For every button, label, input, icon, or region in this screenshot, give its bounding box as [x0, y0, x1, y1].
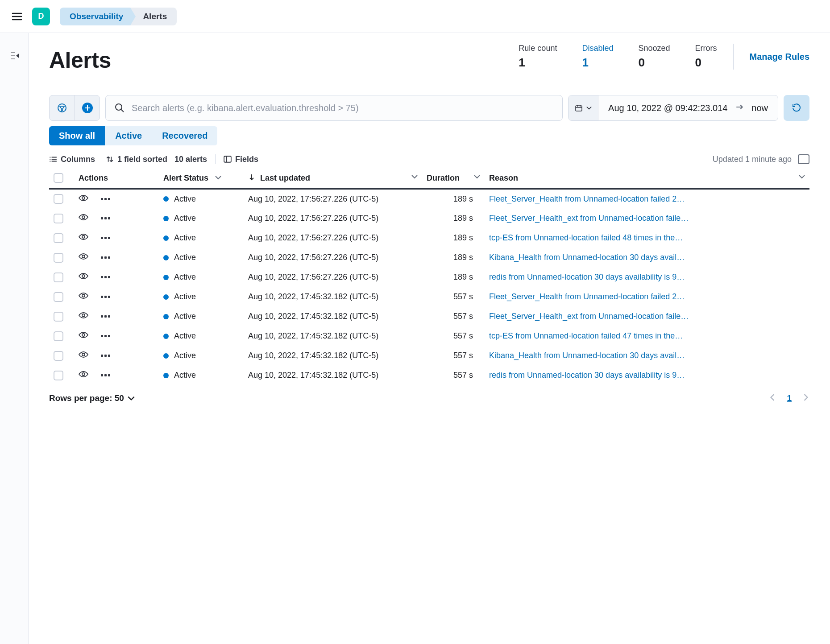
date-range-picker[interactable]: Aug 10, 2022 @ 09:42:23.014 now — [568, 95, 778, 121]
table-row: Active Aug 10, 2022, 17:56:27.226 (UTC-5… — [49, 189, 809, 209]
updated-cell: Aug 10, 2022, 17:56:27.226 (UTC-5) — [244, 189, 422, 209]
row-checkbox[interactable] — [54, 331, 63, 341]
reason-link[interactable]: Kibana_Health from Unnamed-location 30 d… — [485, 248, 809, 268]
view-details-button[interactable] — [79, 253, 88, 262]
divider — [733, 44, 734, 70]
status-cell: Active — [163, 331, 239, 341]
row-checkbox[interactable] — [54, 194, 63, 204]
search-input[interactable] — [131, 103, 553, 114]
add-filter-button[interactable] — [75, 95, 100, 120]
view-details-button[interactable] — [79, 214, 88, 223]
saved-query-button[interactable] — [50, 95, 75, 120]
col-updated[interactable]: Last updated — [244, 168, 422, 189]
view-details-button[interactable] — [79, 233, 88, 243]
duration-cell: 557 s — [422, 366, 485, 385]
refresh-icon — [792, 103, 801, 113]
row-more-button[interactable] — [101, 315, 110, 318]
nav-toggle-button[interactable] — [8, 8, 26, 25]
search-bar[interactable] — [105, 95, 563, 121]
reason-link[interactable]: Fleet_Server_Health from Unnamed-locatio… — [485, 287, 809, 307]
sort-button[interactable]: 1 field sorted — [106, 155, 167, 164]
table-row: Active Aug 10, 2022, 17:45:32.182 (UTC-5… — [49, 287, 809, 307]
view-details-button[interactable] — [79, 312, 88, 321]
chevron-down-icon — [215, 174, 221, 181]
eye-icon — [79, 351, 88, 358]
prev-page-button[interactable] — [769, 393, 776, 403]
chevron-down-icon — [586, 105, 592, 111]
status-text: Active — [174, 194, 196, 204]
view-details-button[interactable] — [79, 371, 88, 380]
reason-link[interactable]: Fleet_Server_Health_ext from Unnamed-loc… — [485, 209, 809, 228]
table-row: Active Aug 10, 2022, 17:45:32.182 (UTC-5… — [49, 326, 809, 346]
breadcrumb-observability[interactable]: Observability — [60, 8, 130, 25]
chevron-down-icon — [474, 173, 480, 180]
fullscreen-button[interactable] — [798, 154, 809, 164]
reason-link[interactable]: tcp-ES from Unnamed-location failed 48 t… — [485, 228, 809, 248]
columns-button[interactable]: Columns — [49, 155, 95, 164]
row-more-button[interactable] — [101, 355, 110, 357]
status-cell: Active — [163, 272, 239, 282]
row-checkbox[interactable] — [54, 272, 63, 282]
reason-link[interactable]: redis from Unnamed-location 30 days avai… — [485, 366, 809, 385]
view-details-button[interactable] — [79, 331, 88, 341]
row-checkbox[interactable] — [54, 312, 63, 322]
alerts-table: Actions Alert Status Last updated Durati… — [49, 168, 809, 385]
next-page-button[interactable] — [802, 393, 809, 403]
row-checkbox[interactable] — [54, 351, 63, 361]
view-details-button[interactable] — [79, 351, 88, 360]
view-details-button[interactable] — [79, 272, 88, 282]
arrow-right-icon — [735, 103, 743, 113]
filter-show-all[interactable]: Show all — [49, 126, 105, 145]
status-text: Active — [174, 253, 196, 262]
row-more-button[interactable] — [101, 276, 110, 278]
col-duration[interactable]: Duration — [422, 168, 485, 189]
select-all-checkbox[interactable] — [54, 173, 63, 183]
stat-snoozed: Snoozed 0 — [638, 44, 670, 70]
space-avatar[interactable]: D — [32, 8, 50, 25]
stat-rule-count: Rule count 1 — [519, 44, 557, 70]
eye-icon — [79, 371, 88, 378]
row-checkbox[interactable] — [54, 253, 63, 263]
row-more-button[interactable] — [101, 256, 110, 259]
status-cell: Active — [163, 371, 239, 380]
eye-icon — [79, 233, 88, 240]
refresh-button[interactable] — [784, 95, 809, 121]
row-more-button[interactable] — [101, 217, 110, 219]
filter-active[interactable]: Active — [105, 126, 152, 145]
filter-recovered[interactable]: Recovered — [152, 126, 217, 145]
view-details-button[interactable] — [79, 292, 88, 301]
reason-link[interactable]: Fleet_Server_Health from Unnamed-locatio… — [485, 189, 809, 209]
expand-sidebar-button[interactable] — [9, 51, 19, 62]
reason-link[interactable]: tcp-ES from Unnamed-location failed 47 t… — [485, 326, 809, 346]
stat-disabled[interactable]: Disabled 1 — [582, 44, 613, 70]
reason-link[interactable]: redis from Unnamed-location 30 days avai… — [485, 268, 809, 287]
top-nav: D Observability Alerts — [0, 0, 830, 33]
status-text: Active — [174, 233, 196, 243]
current-page[interactable]: 1 — [787, 393, 792, 403]
status-cell: Active — [163, 312, 239, 321]
date-to[interactable]: now — [751, 103, 768, 113]
view-details-button[interactable] — [79, 194, 88, 204]
date-from[interactable]: Aug 10, 2022 @ 09:42:23.014 — [608, 103, 727, 113]
reason-link[interactable]: Kibana_Health from Unnamed-location 30 d… — [485, 346, 809, 366]
row-checkbox[interactable] — [54, 233, 63, 243]
date-quick-select[interactable] — [569, 95, 598, 120]
col-reason[interactable]: Reason — [485, 168, 809, 189]
manage-rules-link[interactable]: Manage Rules — [750, 52, 809, 62]
row-more-button[interactable] — [101, 374, 110, 376]
status-dot-icon — [163, 216, 169, 221]
row-more-button[interactable] — [101, 198, 110, 200]
stat-errors: Errors 0 — [695, 44, 717, 70]
reason-link[interactable]: Fleet_Server_Health_ext from Unnamed-loc… — [485, 307, 809, 326]
row-checkbox[interactable] — [54, 371, 63, 380]
row-more-button[interactable] — [101, 237, 110, 239]
eye-icon — [79, 214, 88, 221]
row-more-button[interactable] — [101, 296, 110, 298]
rows-per-page-select[interactable]: Rows per page: 50 — [49, 393, 135, 403]
row-checkbox[interactable] — [54, 214, 63, 223]
col-status[interactable]: Alert Status — [159, 168, 244, 189]
row-more-button[interactable] — [101, 335, 110, 337]
fields-button[interactable]: Fields — [224, 155, 258, 164]
table-row: Active Aug 10, 2022, 17:45:32.182 (UTC-5… — [49, 307, 809, 326]
row-checkbox[interactable] — [54, 292, 63, 302]
